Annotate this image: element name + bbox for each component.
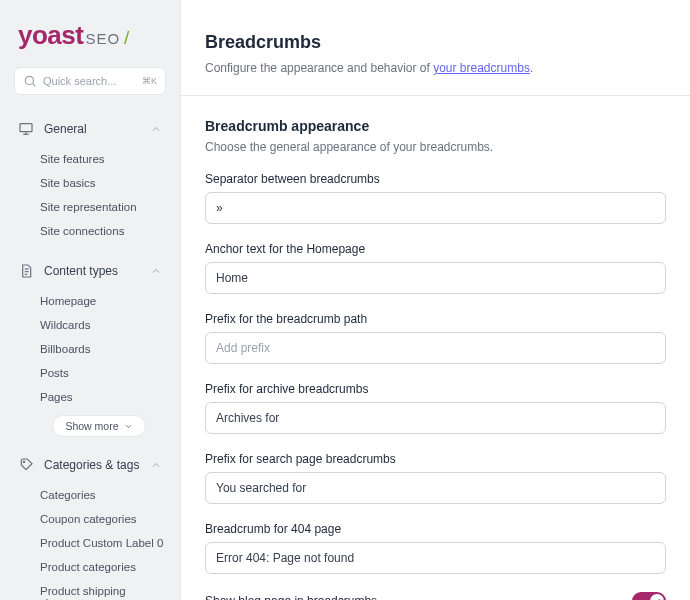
- nav-item[interactable]: Site connections: [40, 219, 166, 243]
- svg-rect-2: [20, 124, 32, 132]
- field-prefix-search: Prefix for search page breadcrumbs: [205, 452, 666, 504]
- toggle-label: Show blog page in breadcrumbs: [205, 594, 377, 600]
- error404-input[interactable]: [205, 542, 666, 574]
- chevron-up-icon: [150, 459, 162, 471]
- nav-item[interactable]: Site representation: [40, 195, 166, 219]
- field-prefix-archive: Prefix for archive breadcrumbs: [205, 382, 666, 434]
- svg-line-1: [33, 84, 36, 87]
- nav-item[interactable]: Product shipping classes: [40, 579, 166, 600]
- nav-item[interactable]: Product Custom Label 0: [40, 531, 166, 555]
- page-description: Configure the appearance and behavior of…: [205, 61, 666, 75]
- divider: [181, 95, 690, 96]
- toggle-knob: [650, 594, 664, 600]
- search-input[interactable]: Quick search... ⌘K: [14, 67, 166, 95]
- field-separator: Separator between breadcrumbs: [205, 172, 666, 224]
- nav-item[interactable]: Categories: [40, 483, 166, 507]
- field-label: Separator between breadcrumbs: [205, 172, 666, 186]
- svg-point-8: [23, 461, 24, 462]
- nav-item[interactable]: Billboards: [40, 337, 166, 361]
- search-shortcut: ⌘K: [142, 76, 157, 86]
- nav-item[interactable]: Pages: [40, 385, 166, 409]
- nav-header-categories[interactable]: Categories & tags: [14, 451, 166, 479]
- nav-item[interactable]: Posts: [40, 361, 166, 385]
- brand-name: yoast: [18, 20, 83, 51]
- nav-item[interactable]: Coupon categories: [40, 507, 166, 531]
- nav-header-content-types[interactable]: Content types: [14, 257, 166, 285]
- nav-item[interactable]: Site basics: [40, 171, 166, 195]
- field-label: Prefix for search page breadcrumbs: [205, 452, 666, 466]
- document-icon: [18, 263, 34, 279]
- show-more-label: Show more: [65, 420, 118, 432]
- section-title: Breadcrumb appearance: [205, 118, 666, 134]
- section-description: Choose the general appearance of your br…: [205, 140, 666, 154]
- anchor-input[interactable]: [205, 262, 666, 294]
- prefix-path-input[interactable]: [205, 332, 666, 364]
- nav-section-label: General: [44, 122, 140, 136]
- nav-section-general: General Site features Site basics Site r…: [14, 115, 166, 243]
- show-blog-toggle[interactable]: [632, 592, 666, 600]
- field-label: Prefix for archive breadcrumbs: [205, 382, 666, 396]
- brand-suffix: SEO: [85, 30, 120, 47]
- chevron-up-icon: [150, 123, 162, 135]
- nav-item[interactable]: Product categories: [40, 555, 166, 579]
- field-label: Breadcrumb for 404 page: [205, 522, 666, 536]
- nav-section-label: Content types: [44, 264, 140, 278]
- field-label: Anchor text for the Homepage: [205, 242, 666, 256]
- svg-point-0: [25, 76, 33, 84]
- field-prefix-path: Prefix for the breadcrumb path: [205, 312, 666, 364]
- page-title: Breadcrumbs: [205, 32, 666, 53]
- tags-icon: [18, 457, 34, 473]
- separator-input[interactable]: [205, 192, 666, 224]
- prefix-search-input[interactable]: [205, 472, 666, 504]
- nav-item[interactable]: Homepage: [40, 289, 166, 313]
- field-show-blog: Show blog page in breadcrumbs: [205, 592, 666, 600]
- field-label: Prefix for the breadcrumb path: [205, 312, 666, 326]
- nav-section-categories: Categories & tags Categories Coupon cate…: [14, 451, 166, 600]
- chevron-up-icon: [150, 265, 162, 277]
- breadcrumbs-help-link[interactable]: your breadcrumbs: [433, 61, 530, 75]
- nav-section-label: Categories & tags: [44, 458, 140, 472]
- nav-item[interactable]: Site features: [40, 147, 166, 171]
- search-icon: [23, 74, 37, 88]
- brand-logo: yoast SEO /: [14, 20, 166, 51]
- prefix-archive-input[interactable]: [205, 402, 666, 434]
- main-content: Breadcrumbs Configure the appearance and…: [180, 0, 690, 600]
- nav-header-general[interactable]: General: [14, 115, 166, 143]
- monitor-icon: [18, 121, 34, 137]
- nav-section-content-types: Content types Homepage Wildcards Billboa…: [14, 257, 166, 437]
- sidebar: yoast SEO / Quick search... ⌘K General S…: [0, 0, 180, 600]
- chevron-down-icon: [124, 422, 133, 431]
- brand-slash: /: [124, 27, 129, 49]
- field-error404: Breadcrumb for 404 page: [205, 522, 666, 574]
- search-placeholder: Quick search...: [43, 75, 136, 87]
- nav-item[interactable]: Wildcards: [40, 313, 166, 337]
- field-anchor: Anchor text for the Homepage: [205, 242, 666, 294]
- show-more-button[interactable]: Show more: [52, 415, 145, 437]
